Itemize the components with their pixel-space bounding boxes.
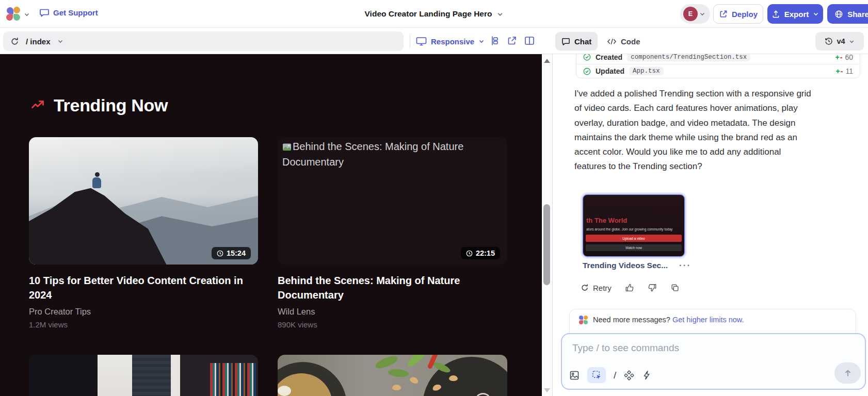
deploy-button[interactable]: Deploy: [713, 4, 763, 24]
file-change-row[interactable]: Updated App.tsx +-11: [576, 64, 860, 78]
preview-scrollbar[interactable]: [542, 54, 552, 396]
get-support-button[interactable]: Get Support: [39, 7, 98, 18]
upload-icon: [771, 10, 780, 19]
scroll-up-arrow[interactable]: [544, 59, 550, 63]
toolbar-divider: [410, 34, 410, 48]
url-bar[interactable]: / index: [3, 31, 404, 51]
get-support-label: Get Support: [53, 8, 98, 17]
viewport-selector[interactable]: Responsive: [416, 32, 485, 51]
app-logo-icon[interactable]: [6, 7, 21, 21]
title-chevron-icon: [496, 11, 503, 18]
chat-input-box[interactable]: /: [561, 333, 866, 390]
thumbs-up-icon[interactable]: [625, 283, 634, 292]
copy-icon[interactable]: [670, 283, 680, 292]
refresh-icon[interactable]: [10, 37, 19, 46]
clock-icon: [466, 250, 473, 257]
deploy-label: Deploy: [732, 10, 758, 19]
image-alt-text: Behind the Scenes: Making of Nature Docu…: [282, 139, 473, 170]
page-title: Video Creator Landing Page Hero: [365, 9, 492, 19]
check-circle-icon: [583, 54, 591, 61]
clock-icon: [217, 250, 223, 257]
video-card-meta[interactable]: 10 Tips for Better Video Content Creatio…: [29, 273, 251, 329]
select-element-button[interactable]: [587, 367, 606, 383]
scroll-down-arrow[interactable]: [544, 388, 550, 392]
retry-label: Retry: [593, 284, 612, 292]
logo-menu-chevron-icon[interactable]: [24, 11, 30, 18]
video-card-thumbnail[interactable]: Behind the Scenes: Making of Nature Docu…: [278, 137, 507, 265]
video-card-meta[interactable]: Behind the Scenes: Making of Nature Docu…: [278, 273, 484, 329]
banner-upgrade-link[interactable]: Get higher limits now.: [672, 316, 744, 324]
change-action: Updated: [596, 67, 624, 75]
avatar: E: [683, 7, 698, 21]
account-menu[interactable]: E: [680, 4, 710, 24]
broken-image-icon: [282, 143, 292, 152]
video-title: 10 Tips for Better Video Content Creatio…: [29, 273, 251, 302]
section-title: Trending Now: [54, 95, 168, 116]
attach-image-icon[interactable]: [569, 370, 580, 381]
video-views: 1.2M views: [29, 320, 251, 329]
change-file-chip: App.tsx: [629, 67, 664, 75]
route-path-label: / index: [26, 37, 51, 46]
video-views: 890K views: [278, 320, 484, 329]
retry-button[interactable]: Retry: [581, 284, 612, 292]
banner-text: Need more messages?: [593, 316, 670, 324]
support-bubble-icon: [39, 7, 50, 18]
chat-tab-label: Chat: [574, 37, 591, 46]
duration-text: 22:15: [476, 249, 495, 257]
chat-panel: Created components/TrendingSection.tsx +…: [552, 54, 868, 396]
retry-icon: [581, 284, 589, 292]
mini-hero-heading: th The World: [586, 217, 627, 224]
attachment-menu-dots[interactable]: ···: [679, 260, 691, 271]
file-change-row[interactable]: Created components/TrendingSection.tsx +…: [576, 54, 860, 64]
diff-stats: +-60: [835, 54, 853, 61]
video-channel: Pro Creator Tips: [29, 307, 251, 317]
tab-code[interactable]: Code: [601, 32, 647, 51]
route-chevron-icon[interactable]: [57, 38, 63, 44]
version-history-button[interactable]: v4: [815, 32, 864, 51]
code-tab-label: Code: [621, 37, 640, 46]
viewport-label: Responsive: [431, 37, 474, 46]
site-preview-canvas[interactable]: Trending Now 15:24 10 Tips for Better Vi…: [0, 54, 542, 396]
share-button[interactable]: Share: [827, 4, 868, 24]
message-actions: Retry: [581, 283, 680, 292]
app-logo-mini-icon: [579, 316, 588, 324]
share-label: Share: [847, 10, 868, 19]
slash-command-button[interactable]: /: [614, 370, 616, 381]
split-panel-icon[interactable]: [524, 36, 535, 46]
preview-scrollbar-thumb[interactable]: [543, 204, 550, 285]
chat-input[interactable]: [572, 340, 851, 356]
video-title: Behind the Scenes: Making of Nature Docu…: [278, 273, 484, 302]
mini-secondary-button: Watch now: [586, 244, 682, 251]
video-card-thumbnail[interactable]: [29, 355, 258, 396]
top-bar: Get Support Video Creator Landing Page H…: [0, 0, 868, 28]
check-circle-icon: [583, 68, 591, 75]
components-diamonds-icon[interactable]: [624, 370, 634, 381]
project-title-menu[interactable]: Video Creator Landing Page Hero: [365, 0, 504, 28]
diff-stats: +-11: [836, 67, 853, 75]
file-changes-card: Created components/TrendingSection.tsx +…: [576, 54, 860, 78]
attachment-label[interactable]: Trending Videos Sec...: [583, 261, 668, 270]
version-chevron-icon: [849, 39, 855, 44]
assistant-message: I've added a polished Trending section w…: [574, 87, 857, 174]
monitor-icon: [416, 37, 427, 46]
thumbs-down-icon[interactable]: [648, 283, 657, 292]
code-brackets-icon: [607, 37, 617, 46]
external-link-icon: [719, 10, 728, 19]
send-button[interactable]: [834, 362, 861, 384]
composer-toolbar: /: [569, 367, 652, 383]
app-window: Get Support Video Creator Landing Page H…: [0, 0, 868, 396]
component-icon[interactable]: [489, 36, 500, 46]
video-card-thumbnail[interactable]: [278, 355, 507, 396]
tab-chat[interactable]: Chat: [555, 32, 598, 51]
change-file-chip: components/TrendingSection.tsx: [627, 54, 750, 61]
viewport-chevron-icon: [478, 38, 485, 44]
open-in-new-window-icon[interactable]: [507, 36, 517, 46]
export-button[interactable]: Export: [767, 4, 823, 24]
chat-bubble-icon: [561, 37, 570, 46]
lightning-icon[interactable]: [642, 370, 652, 380]
attachment-preview-card[interactable]: th The World ators around the globe. Joi…: [582, 194, 685, 257]
account-chevron-icon: [699, 11, 705, 17]
video-card-thumbnail[interactable]: 15:24: [29, 137, 258, 265]
globe-icon: [834, 10, 843, 19]
mini-primary-button: Upload a video: [586, 235, 682, 242]
